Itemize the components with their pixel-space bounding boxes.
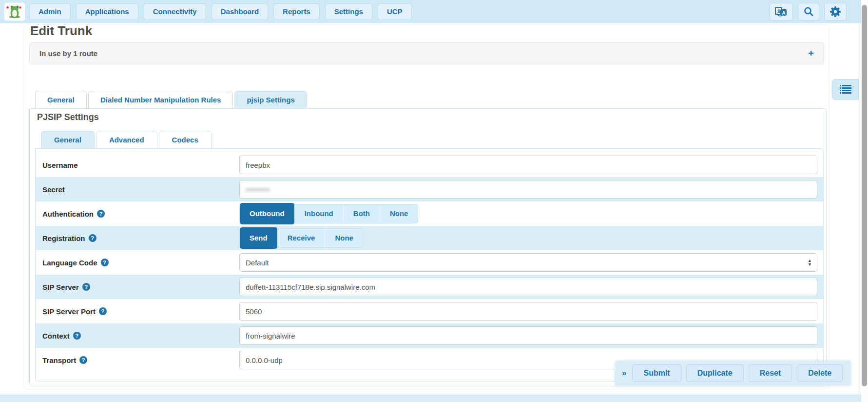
settings-button[interactable] xyxy=(824,3,847,20)
search-button[interactable] xyxy=(798,3,819,20)
duplicate-button[interactable]: Duplicate xyxy=(686,364,744,382)
nav-item-reports[interactable]: Reports xyxy=(273,3,320,20)
row-context: Context ? xyxy=(36,323,823,348)
language-code-select[interactable]: Default ▲▼ xyxy=(239,253,817,272)
transport-label: Transport ? xyxy=(36,356,239,364)
nav-item-applications[interactable]: Applications xyxy=(76,3,138,20)
delete-button[interactable]: Delete xyxy=(797,364,843,382)
registration-toggle-group: Send Receive None xyxy=(239,228,364,248)
help-icon[interactable]: ? xyxy=(73,332,81,340)
help-icon[interactable]: ? xyxy=(79,356,87,364)
nav-item-connectivity[interactable]: Connectivity xyxy=(144,3,206,20)
page-scrollbar[interactable] xyxy=(861,0,868,402)
secret-input[interactable]: •••••••• xyxy=(239,180,817,199)
tab-general[interactable]: General xyxy=(35,91,87,109)
authentication-option-inbound[interactable]: Inbound xyxy=(295,204,344,223)
search-icon xyxy=(803,6,814,17)
context-input[interactable] xyxy=(239,326,817,345)
context-label: Context ? xyxy=(36,332,239,340)
help-icon[interactable]: ? xyxy=(97,210,105,218)
row-sip-server-port: SIP Server Port ? xyxy=(36,299,823,323)
trunk-tabs: General Dialed Number Manipulation Rules… xyxy=(35,91,309,109)
registration-label: Registration ? xyxy=(36,234,239,242)
authentication-label: Authentication ? xyxy=(36,210,239,218)
footer-bar xyxy=(0,394,868,402)
usage-notice-text: In use by 1 route xyxy=(39,49,97,58)
sip-server-port-label: SIP Server Port ? xyxy=(36,307,239,316)
help-icon[interactable]: ? xyxy=(101,259,109,266)
subtab-codecs[interactable]: Codecs xyxy=(159,131,212,149)
row-language-code: Language Code ? Default ▲▼ xyxy=(36,250,823,275)
form-action-bar: » Submit Duplicate Reset Delete xyxy=(615,361,850,385)
username-input[interactable] xyxy=(239,156,817,174)
registration-option-receive[interactable]: Receive xyxy=(278,229,326,247)
tab-pjsip-settings[interactable]: pjsip Settings xyxy=(234,91,307,109)
list-icon xyxy=(839,84,852,95)
svg-text:A: A xyxy=(782,10,786,15)
sip-server-label: SIP Server ? xyxy=(36,283,239,291)
nav-item-ucp[interactable]: UCP xyxy=(378,3,412,20)
pjsip-general-form: Username Secret •••••••• Authentication … xyxy=(35,148,824,382)
navbar-right-icons: 文 A xyxy=(765,3,847,20)
frog-icon: * * xyxy=(6,4,23,20)
scrollbar-thumb[interactable] xyxy=(862,5,867,386)
row-registration: Registration ? Send Receive None xyxy=(36,226,823,250)
row-sip-server: SIP Server ? xyxy=(36,275,823,299)
gear-icon xyxy=(829,6,841,18)
help-icon[interactable]: ? xyxy=(89,234,96,242)
subtab-advanced[interactable]: Advanced xyxy=(96,131,157,149)
top-navbar: * * Admin Applications Connectivity Dash… xyxy=(0,0,868,23)
authentication-option-both[interactable]: Both xyxy=(344,204,380,223)
page-title: Edit Trunk xyxy=(30,23,92,39)
translate-icon: 文 A xyxy=(775,6,788,17)
svg-text:*: * xyxy=(6,5,9,12)
username-label: Username xyxy=(36,161,239,169)
freepbx-logo[interactable]: * * xyxy=(4,2,25,21)
trunk-list-toggle-button[interactable] xyxy=(832,79,859,100)
language-code-label: Language Code ? xyxy=(36,259,239,267)
submit-button[interactable]: Submit xyxy=(632,364,681,382)
subtab-general[interactable]: General xyxy=(41,131,95,149)
secret-label: Secret xyxy=(36,185,239,194)
nav-item-admin[interactable]: Admin xyxy=(29,3,71,20)
row-secret: Secret •••••••• xyxy=(36,177,823,201)
row-username: Username xyxy=(36,153,823,177)
language-button[interactable]: 文 A xyxy=(770,3,793,20)
collapse-actions-chevron[interactable]: » xyxy=(622,368,626,378)
authentication-option-none[interactable]: None xyxy=(380,204,418,223)
sip-server-input[interactable] xyxy=(239,278,817,296)
language-code-selected-value: Default xyxy=(246,259,269,267)
sip-server-port-input[interactable] xyxy=(239,302,817,321)
usage-notice-panel[interactable]: In use by 1 route + xyxy=(29,42,824,64)
help-icon[interactable]: ? xyxy=(99,307,107,315)
registration-option-send[interactable]: Send xyxy=(240,227,278,249)
row-authentication: Authentication ? Outbound Inbound Both N… xyxy=(36,201,823,226)
tab-dialed-number-manipulation-rules[interactable]: Dialed Number Manipulation Rules xyxy=(88,91,233,109)
registration-option-none[interactable]: None xyxy=(325,229,363,247)
reset-button[interactable]: Reset xyxy=(749,364,792,382)
pjsip-settings-heading: PJSIP Settings xyxy=(37,112,99,122)
help-icon[interactable]: ? xyxy=(82,283,90,291)
authentication-toggle-group: Outbound Inbound Both None xyxy=(239,204,418,223)
secret-redacted-value: •••••••• xyxy=(246,185,270,194)
select-stepper-icon: ▲▼ xyxy=(808,259,812,266)
pjsip-subtabs: General Advanced Codecs xyxy=(41,131,213,149)
authentication-option-outbound[interactable]: Outbound xyxy=(240,203,295,224)
nav-item-dashboard[interactable]: Dashboard xyxy=(212,3,268,20)
svg-text:*: * xyxy=(19,5,22,12)
expand-plus-icon[interactable]: + xyxy=(808,48,814,59)
nav-item-settings[interactable]: Settings xyxy=(325,3,372,20)
